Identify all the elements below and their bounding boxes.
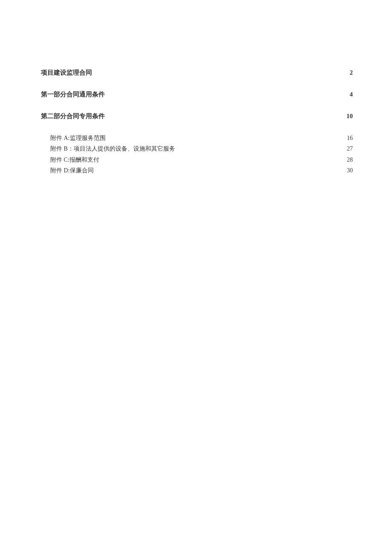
toc-entry-title: 项目建设监理合同 (41, 68, 92, 77)
toc-sub-entry: 附件 B：项目法人提供的设备、设施和其它服务 27 (50, 144, 353, 154)
toc-sub-entry-title: 附件 C:报酬和支付 (50, 155, 99, 165)
toc-entry: 第二部分合同专用条件 10 (41, 112, 353, 121)
toc-sub-entry-page: 30 (343, 166, 353, 175)
toc-sub-entry-title: 附件 A:监理服务范围 (50, 134, 106, 143)
toc-sub-entry-title: 附件 D:保廉合同 (50, 166, 94, 175)
toc-sub-entry-page: 16 (343, 134, 353, 143)
toc-sub-entry-page: 27 (343, 144, 353, 154)
toc-sub-entry: 附件 C:报酬和支付 28 (50, 155, 353, 165)
toc-entry-page: 10 (343, 112, 353, 121)
toc-entry-page: 4 (343, 90, 353, 99)
toc-sub-entry-title: 附件 B：项目法人提供的设备、设施和其它服务 (50, 144, 175, 154)
toc-entry: 第一部分合同通用条件 4 (41, 90, 353, 99)
toc-entry-title: 第一部分合同通用条件 (41, 90, 105, 99)
toc-entry-title: 第二部分合同专用条件 (41, 112, 105, 121)
toc-sub-entry: 附件 A:监理服务范围 16 (50, 134, 353, 143)
toc-sub-entry-page: 28 (343, 155, 353, 165)
toc-entry-page: 2 (343, 68, 353, 77)
toc-entry: 项目建设监理合同 2 (41, 68, 353, 77)
toc-sub-group: 附件 A:监理服务范围 16 附件 B：项目法人提供的设备、设施和其它服务 27… (41, 134, 353, 176)
toc-sub-entry: 附件 D:保廉合同 30 (50, 166, 353, 175)
document-page: 项目建设监理合同 2 第一部分合同通用条件 4 第二部分合同专用条件 10 附件… (0, 0, 392, 176)
